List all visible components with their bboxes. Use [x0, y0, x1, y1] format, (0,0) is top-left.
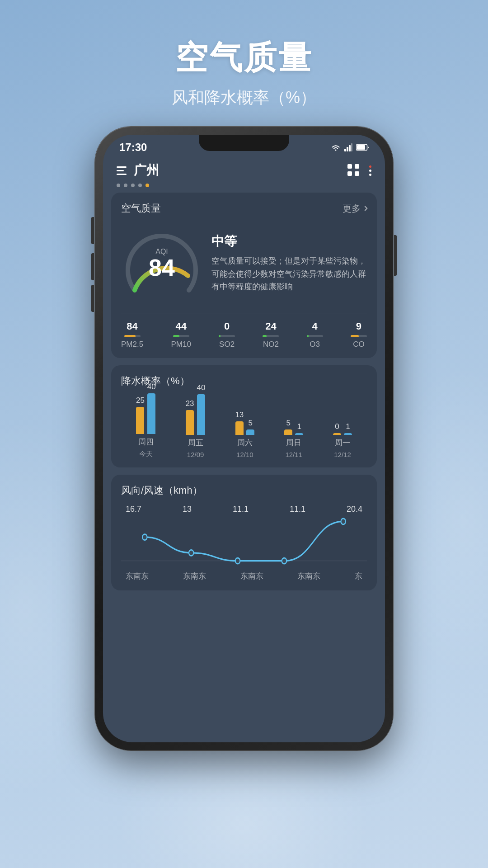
wifi-icon [331, 144, 341, 151]
precip-bar-wrap-1: 13 [235, 410, 244, 435]
pollutant-name: NO2 [263, 340, 279, 349]
phone-mockup: 17:30 [95, 127, 393, 750]
pollutant-item: 84 PM2.5 [121, 321, 143, 349]
precip-bar-1 [235, 421, 244, 435]
pollutant-bar-container [173, 335, 189, 337]
page-dot-4[interactable] [138, 184, 142, 187]
precip-pair: 25 40 [136, 382, 156, 434]
page-dot-3[interactable] [131, 184, 135, 187]
pollutant-name: PM10 [171, 340, 191, 349]
pollutant-item: 4 O3 [307, 321, 323, 349]
chevron-right-icon [362, 206, 367, 211]
aqi-card-title: 空气质量 [121, 202, 161, 215]
pollutant-value: 9 [356, 321, 361, 332]
precip-day-label: 周一 [335, 438, 350, 448]
aqi-desc-text: 空气质量可以接受；但是对于某些污染物，可能会使得少数对空气污染异常敏感的人群有中… [211, 255, 367, 293]
precip-bar-wrap-2: 1 [344, 422, 352, 435]
precip-day-label: 周六 [237, 438, 253, 448]
precip-bar-2 [197, 394, 205, 435]
precip-pair: 13 5 [235, 410, 254, 435]
svg-rect-0 [344, 149, 346, 151]
page-dot-5[interactable] [145, 184, 149, 187]
precip-day: 0 1 周一 12/12 [333, 422, 352, 458]
precip-val-2: 40 [197, 383, 206, 392]
precip-day-date: 12/12 [334, 451, 351, 458]
svg-point-11 [341, 519, 345, 524]
wind-dir-label: 东南东 [126, 571, 149, 581]
pollutant-bar [124, 335, 136, 337]
wind-dir-label: 东南东 [183, 571, 206, 581]
precip-bar-wrap-1: 25 [136, 396, 145, 434]
precip-day-date: 12/11 [285, 451, 302, 458]
aqi-card: 空气质量 更多 [111, 193, 377, 358]
precip-day-date: 12/10 [236, 451, 253, 458]
precip-day-label: 周日 [286, 438, 301, 448]
pollutant-value: 44 [175, 321, 186, 332]
page-dot-2[interactable] [124, 184, 127, 187]
page-subtitle: 风和降水概率（%） [0, 87, 488, 109]
precip-pair: 23 40 [186, 383, 206, 435]
aqi-value: 84 [149, 255, 175, 281]
nav-grid-icon[interactable] [347, 164, 360, 177]
precip-val-1: 25 [136, 396, 145, 405]
pollutant-bar-container [307, 335, 323, 337]
page-dot-1[interactable] [117, 184, 120, 187]
pollutant-bar-container [263, 335, 279, 337]
wind-title: 风向/风速（kmh） [121, 484, 202, 497]
pollutant-name: SO2 [219, 340, 235, 349]
precip-val-2: 5 [249, 419, 253, 428]
precip-day: 23 40 周五 12/09 [186, 383, 206, 458]
wind-dir-label: 东南东 [240, 571, 263, 581]
precip-val-2: 40 [147, 382, 156, 392]
wind-dir-label: 东南东 [297, 571, 320, 581]
svg-rect-5 [357, 145, 365, 150]
precip-bar-wrap-1: 23 [186, 399, 194, 435]
pollutant-item: 0 SO2 [219, 321, 235, 349]
nav-bar: 广州 [103, 157, 385, 182]
precip-pair: 5 1 [284, 419, 303, 435]
svg-rect-3 [351, 143, 352, 151]
pollutant-value: 0 [224, 321, 230, 332]
precip-bar-wrap-2: 1 [295, 422, 303, 435]
status-icons [331, 143, 369, 151]
precip-bar-wrap-2: 5 [246, 419, 254, 435]
pollutant-item: 9 CO [351, 321, 367, 349]
precip-bar-wrap-2: 40 [197, 383, 206, 435]
svg-rect-1 [347, 147, 348, 151]
page-dots [103, 182, 385, 193]
wind-dir-label: 东 [355, 571, 362, 581]
precip-bar-1 [136, 407, 144, 434]
aqi-more-button[interactable]: 更多 [343, 203, 367, 215]
pollutant-bar [351, 335, 359, 337]
precip-bar-2 [295, 433, 303, 435]
precipitation-card: 降水概率（%） 25 40 周四 今天 23 40 [111, 365, 377, 467]
pollutant-name: O3 [310, 340, 320, 349]
nav-menu-icon[interactable] [117, 166, 127, 175]
precip-bar-2 [147, 393, 155, 434]
precip-day: 13 5 周六 12/10 [235, 410, 254, 458]
pollutant-value: 4 [312, 321, 318, 332]
nav-more-icon[interactable] [369, 165, 371, 176]
svg-point-7 [142, 534, 147, 540]
aqi-center: AQI 84 [149, 248, 175, 279]
precip-bar-2 [344, 433, 352, 435]
pollutant-bar-container [219, 335, 235, 337]
precip-val-1: 13 [235, 410, 244, 420]
pollutant-bar [173, 335, 179, 337]
wind-dir-labels: 东南东东南东东南东东南东东 [121, 571, 367, 581]
pollutant-item: 24 NO2 [263, 321, 279, 349]
svg-point-10 [282, 558, 286, 564]
page-title: 空气质量 [0, 36, 488, 80]
status-time: 17:30 [119, 141, 147, 154]
precip-day-date: 12/09 [187, 451, 204, 458]
precip-val-1: 5 [286, 419, 290, 428]
pollutant-item: 44 PM10 [171, 321, 191, 349]
signal-icon [344, 143, 352, 151]
battery-icon [356, 144, 369, 151]
pollutant-name: CO [353, 340, 365, 349]
pollutant-bar-container [351, 335, 367, 337]
precip-bar-wrap-1: 5 [284, 419, 292, 435]
pollutant-value: 84 [127, 321, 137, 332]
nav-city: 广州 [134, 162, 159, 179]
aqi-content: AQI 84 中等 空气质量可以接受；但是对于某些污染物，可能会使得少数对空气污… [121, 222, 367, 304]
